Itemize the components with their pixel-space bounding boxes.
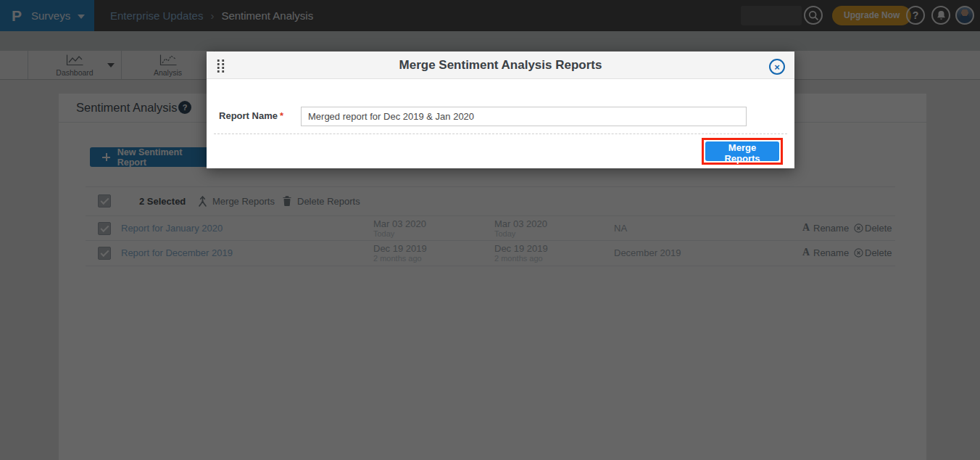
- merge-reports-button[interactable]: Merge Reports: [705, 141, 779, 161]
- merge-reports-modal: Merge Sentiment Analysis Reports × Repor…: [207, 52, 794, 168]
- modal-header: Merge Sentiment Analysis Reports ×: [207, 52, 794, 79]
- close-icon: ×: [774, 62, 780, 72]
- annotation-highlight: Merge Reports: [702, 138, 783, 165]
- required-asterisk: *: [280, 110, 283, 121]
- modal-close-button[interactable]: ×: [769, 59, 785, 75]
- app-screen: P Surveys Enterprise Updates › Sentiment…: [0, 0, 980, 460]
- modal-title: Merge Sentiment Analysis Reports: [207, 58, 794, 73]
- report-name-label: Report Name*: [207, 110, 283, 121]
- dashed-divider: [214, 134, 787, 134]
- report-name-input[interactable]: [301, 107, 747, 126]
